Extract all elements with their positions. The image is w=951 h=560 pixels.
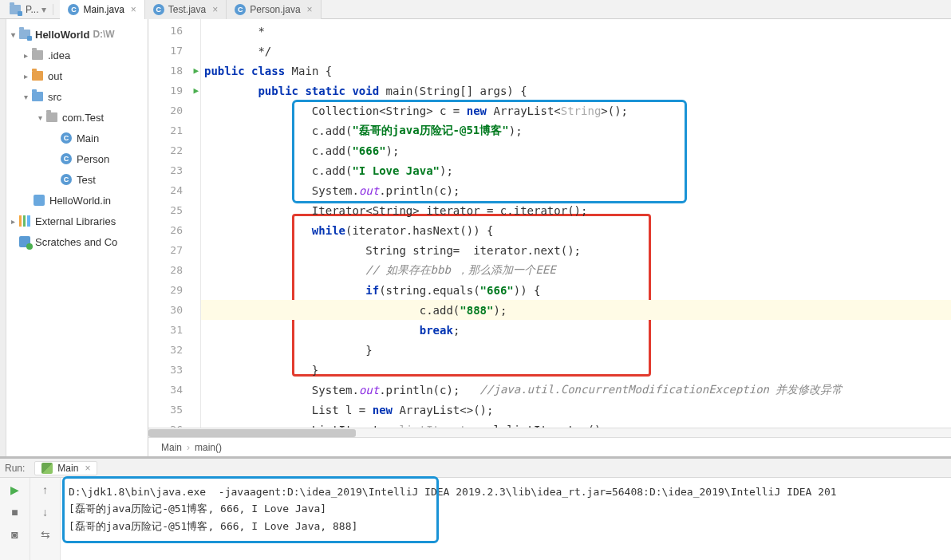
code-line[interactable]: public class Main { [201, 61, 951, 81]
run-gutter-icon[interactable]: ▶ [193, 65, 199, 76]
chevron-right-icon[interactable]: ▸ [8, 217, 18, 226]
breadcrumb[interactable]: Main › main() [148, 437, 951, 456]
tree-idea[interactable]: ▸ .idea [6, 45, 148, 65]
code-line[interactable]: if(string.equals("666")) { [201, 280, 951, 300]
code-line[interactable]: // 如果存在bbb ，那么添加一个EEE [201, 260, 951, 280]
line-number[interactable]: 18▶ [148, 61, 200, 81]
line-number[interactable]: 26 [148, 220, 200, 240]
console-line: D:\jdk1.8\bin\java.exe -javaagent:D:\ide… [69, 483, 943, 500]
line-number[interactable]: 31 [148, 320, 200, 340]
run-config-tab[interactable]: Main × [34, 461, 97, 475]
line-number[interactable]: 24 [148, 180, 200, 200]
tree-iml[interactable]: HelloWorld.in [6, 190, 148, 211]
code-line[interactable]: break; [201, 320, 951, 340]
tree-class-test[interactable]: C Test [6, 169, 148, 190]
line-number[interactable]: 16 [148, 21, 200, 41]
chevron-right-icon: › [187, 442, 190, 453]
code-line[interactable]: System.out.println(c); //java.util.Concu… [201, 380, 951, 400]
code-line[interactable]: Iterator<String> iterator = c.iterator()… [201, 200, 951, 220]
stop-button[interactable]: ■ [8, 505, 22, 519]
console-output[interactable]: D:\jdk1.8\bin\java.exe -javaagent:D:\ide… [61, 478, 951, 560]
line-number[interactable]: 23 [148, 160, 200, 180]
file-tab[interactable]: CPerson.java× [227, 0, 321, 19]
code-line[interactable]: public static void main(String[] args) { [201, 81, 951, 101]
code-line[interactable]: */ [201, 41, 951, 61]
left-rail[interactable] [0, 19, 6, 456]
tree-class-person[interactable]: C Person [6, 148, 148, 169]
wrap-icon[interactable]: ⇆ [38, 527, 53, 542]
tree-package[interactable]: ▾ com.Test [6, 107, 148, 128]
code-body[interactable]: * */public class Main { public static vo… [201, 19, 951, 428]
horizontal-scrollbar[interactable] [148, 428, 951, 437]
camera-icon[interactable]: ◙ [8, 527, 22, 542]
run-gutter-icon[interactable]: ▶ [193, 85, 199, 96]
line-number[interactable]: 17 [148, 41, 200, 61]
chevron-down-icon[interactable]: ▾ [35, 113, 45, 122]
tree-out[interactable]: ▸ out [6, 65, 148, 86]
code-line[interactable]: } [201, 340, 951, 360]
file-tab[interactable]: CTest.java× [145, 0, 227, 19]
line-number[interactable]: 28 [148, 260, 200, 280]
line-number[interactable]: 21 [148, 120, 200, 140]
class-icon: C [235, 4, 246, 15]
project-tool-tab[interactable]: P... ▾ [3, 4, 53, 15]
close-icon[interactable]: × [85, 463, 90, 474]
tree-root[interactable]: ▾ HelloWorld D:\W [6, 24, 148, 45]
code-line[interactable]: ListIterator listIterator= l.listIterato… [201, 420, 951, 428]
chevron-down-icon[interactable]: ▾ [8, 30, 18, 39]
console-line: [磊哥的java历险记-@51博客, 666, I Love Java, 888… [69, 518, 943, 535]
project-tree[interactable]: ▾ HelloWorld D:\W ▸ .idea ▸ out ▾ src [6, 19, 148, 456]
code-line[interactable]: Collection<String> c = new ArrayList<Str… [201, 101, 951, 120]
code-line[interactable]: while(iterator.hasNext()) { [201, 220, 951, 240]
line-number[interactable]: 19▶ [148, 81, 200, 101]
line-number[interactable]: 32 [148, 340, 200, 360]
line-number[interactable]: 36 [148, 420, 200, 428]
line-number[interactable]: 34 [148, 380, 200, 400]
tree-label: Test [77, 174, 96, 186]
code-line[interactable]: c.add("磊哥的java历险记-@51博客"); [201, 120, 951, 140]
code-line[interactable]: c.add("888"); [201, 300, 951, 320]
close-icon[interactable]: × [307, 4, 313, 15]
down-arrow-icon[interactable]: ↓ [38, 505, 53, 519]
rerun-button[interactable]: ▶ [8, 483, 22, 497]
scrollbar-thumb[interactable] [148, 429, 356, 437]
chevron-right-icon[interactable]: ▸ [21, 72, 30, 81]
code-area[interactable]: 161718▶19▶202122232425262728293031323334… [148, 19, 951, 428]
line-gutter[interactable]: 161718▶19▶202122232425262728293031323334… [148, 19, 201, 428]
file-tab[interactable]: CMain.java× [60, 0, 144, 19]
tree-label: com.Test [62, 112, 104, 124]
project-tool-label: P... [26, 4, 38, 15]
line-number[interactable]: 27 [148, 240, 200, 260]
tree-src[interactable]: ▾ src [6, 86, 148, 107]
up-arrow-icon[interactable]: ↑ [38, 483, 53, 497]
run-config-name: Main [57, 463, 78, 474]
run-toolbar-left: ▶ ■ ◙ [0, 478, 30, 560]
class-icon: C [68, 4, 79, 15]
chevron-right-icon[interactable]: ▸ [21, 51, 30, 60]
chevron-down-icon[interactable]: ▾ [21, 93, 30, 101]
tree-class-main[interactable]: C Main [6, 128, 148, 148]
class-icon: C [61, 174, 72, 185]
tree-label: Scratches and Co [35, 236, 117, 248]
code-line[interactable]: List l = new ArrayList<>(); [201, 400, 951, 420]
code-line[interactable]: * [201, 21, 951, 41]
line-number[interactable]: 35 [148, 400, 200, 420]
code-line[interactable]: System.out.println(c); [201, 180, 951, 200]
breadcrumb-class[interactable]: Main [161, 442, 182, 453]
close-icon[interactable]: × [212, 4, 218, 15]
tree-ext-libs[interactable]: ▸ External Libraries [6, 211, 148, 231]
code-line[interactable]: } [201, 360, 951, 380]
code-line[interactable]: String string= iterator.next(); [201, 240, 951, 260]
line-number[interactable]: 20 [148, 101, 200, 120]
line-number[interactable]: 22 [148, 140, 200, 160]
tree-scratches[interactable]: Scratches and Co [6, 231, 148, 252]
line-number[interactable]: 33 [148, 360, 200, 380]
folder-icon [32, 50, 43, 60]
breadcrumb-method[interactable]: main() [195, 442, 222, 453]
code-line[interactable]: c.add("I Love Java"); [201, 160, 951, 180]
code-line[interactable]: c.add("666"); [201, 140, 951, 160]
line-number[interactable]: 29 [148, 280, 200, 300]
line-number[interactable]: 25 [148, 200, 200, 220]
line-number[interactable]: 30 [148, 300, 200, 320]
close-icon[interactable]: × [131, 4, 136, 15]
